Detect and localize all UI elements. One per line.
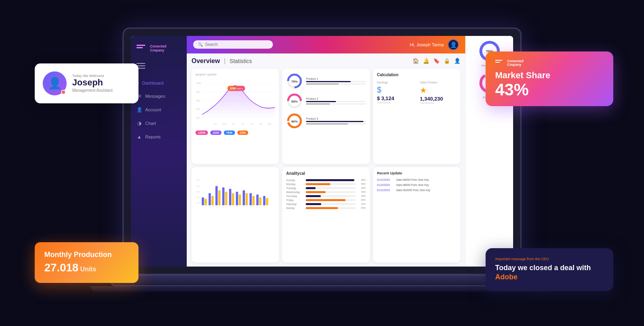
bar-chart-card: 3000 2500 2000 1000 1000 bbox=[192, 167, 279, 263]
stat-row: 1250k 210k 764k 230k bbox=[196, 130, 275, 135]
welcome-name: Joseph bbox=[72, 78, 130, 87]
bookmark-icon[interactable]: 🔖 bbox=[433, 58, 440, 64]
chart-card-label: graphic update bbox=[196, 73, 275, 76]
day-label: Weekly bbox=[286, 207, 304, 209]
svg-text:400: 400 bbox=[196, 107, 200, 111]
earnings-label: Earnings bbox=[377, 81, 414, 84]
market-value: 43% bbox=[495, 81, 604, 98]
svg-rect-42 bbox=[236, 192, 238, 205]
header-right: Hi, Joseph Tarina 👤 bbox=[410, 39, 459, 50]
sidebar-item-account[interactable]: 👤 Account bbox=[131, 103, 187, 117]
svg-text:04: 04 bbox=[223, 206, 224, 207]
svg-rect-39 bbox=[225, 192, 227, 205]
avatar-status-dot bbox=[61, 90, 66, 95]
chart-icon: ◑ bbox=[136, 121, 142, 126]
market-share-card: CnnectedCmpany Market Share 43% bbox=[486, 51, 613, 107]
stat-1250k: 1250k bbox=[196, 130, 208, 135]
day-row: Weekly 65% bbox=[286, 207, 365, 209]
earnings-value: $ 3,124 bbox=[377, 95, 414, 101]
recent-card: Recent Update 01/12/2024 Sales $4000 Fro… bbox=[373, 167, 460, 263]
svg-text:200: 200 bbox=[196, 116, 200, 119]
svg-text:Sep: Sep bbox=[259, 122, 262, 125]
hamburger-menu[interactable] bbox=[131, 58, 187, 77]
search-box[interactable]: 🔍 bbox=[193, 40, 273, 49]
product1-donut: 75% bbox=[286, 73, 303, 89]
home-icon[interactable]: 🏠 bbox=[413, 58, 419, 64]
day-pct: 30% bbox=[357, 195, 366, 197]
svg-text:Jul: Jul bbox=[241, 122, 244, 125]
svg-text:May: May bbox=[223, 122, 226, 125]
svg-text:07: 07 bbox=[243, 206, 245, 207]
sales-label: Sales Product bbox=[420, 81, 456, 84]
day-pct: 31% bbox=[357, 203, 366, 205]
product3-row: 96% Product 3 bbox=[286, 113, 365, 129]
day-row: Monday 50% bbox=[286, 183, 365, 186]
search-input[interactable] bbox=[205, 42, 268, 47]
day-bar-bg bbox=[306, 203, 355, 205]
svg-text:02: 02 bbox=[209, 206, 211, 207]
svg-rect-46 bbox=[249, 193, 252, 205]
sidebar-logo: CnnectedCmpany bbox=[131, 41, 187, 58]
market-logo-text: CnnectedCmpany bbox=[507, 59, 523, 67]
day-bar-fill bbox=[306, 203, 321, 205]
day-pct: 40% bbox=[357, 191, 366, 193]
user-avatar[interactable]: 👤 bbox=[448, 39, 459, 50]
welcome-inner: 👤 Today We Welcome Joseph Management Ass… bbox=[43, 71, 130, 95]
greeting-text: Hi, Joseph Tarina bbox=[410, 42, 444, 47]
product1-row: 75% Product 1 bbox=[286, 73, 365, 89]
ceo-label: Important message from the CEO bbox=[495, 257, 604, 261]
day-bar-bg bbox=[306, 179, 355, 181]
recent-text: Sales $8000 From Jhon Key bbox=[396, 184, 429, 187]
sidebar-item-messages[interactable]: ✉ Messages bbox=[131, 89, 187, 103]
product2-row: 50% Product 2 bbox=[286, 93, 365, 109]
svg-text:800: 800 bbox=[196, 90, 200, 93]
day-bar-bg bbox=[306, 191, 355, 193]
sidebar-item-reports[interactable]: ▲ Reports bbox=[131, 130, 187, 144]
page-title: Overview bbox=[192, 57, 220, 65]
ceo-text: Today we closed a deal with Adobe bbox=[495, 263, 604, 282]
reports-icon: ▲ bbox=[136, 134, 142, 140]
notification-icon[interactable]: 🔔 bbox=[423, 58, 429, 64]
welcome-text-group: Today We Welcome Joseph Management Assis… bbox=[72, 74, 130, 93]
svg-text:09: 09 bbox=[257, 206, 258, 207]
ceo-message-card: Important message from the CEO Today we … bbox=[486, 248, 613, 291]
svg-rect-48 bbox=[256, 194, 259, 205]
svg-text:Jun: Jun bbox=[232, 122, 235, 125]
svg-rect-49 bbox=[259, 197, 261, 205]
earnings-sublabel: Total Monthly bbox=[377, 101, 414, 104]
laptop: CnnectedCmpany Dashboard ✉ Messages 👤 bbox=[111, 28, 533, 299]
stat-764k: 764k bbox=[224, 130, 235, 135]
header-icons: 🏠 🔔 🔖 🔒 👤 bbox=[413, 58, 460, 64]
recent-update-row: 01/10/2024 Sales $8000 From Jhon Key bbox=[377, 184, 456, 187]
analytical-rows: Sunday 98% Monday 50% Tuesday 20% Wednes… bbox=[286, 179, 365, 209]
svg-text:Aug: Aug bbox=[250, 122, 253, 125]
ceo-text-part1: Today we closed a deal with bbox=[495, 264, 591, 272]
laptop-base bbox=[111, 275, 533, 286]
ceo-highlight: Adobe bbox=[495, 273, 518, 281]
page-title-row: Overview | Statistics 🏠 🔔 🔖 🔒 👤 bbox=[192, 57, 460, 65]
sidebar-item-dashboard[interactable]: Dashboard bbox=[131, 77, 187, 89]
svg-text:600: 600 bbox=[196, 99, 200, 102]
day-label: Friday bbox=[286, 199, 304, 202]
laptop-screen: CnnectedCmpany Dashboard ✉ Messages 👤 bbox=[131, 36, 513, 267]
header: 🔍 Hi, Joseph Tarina 👤 bbox=[187, 36, 465, 53]
dollar-icon: $ bbox=[377, 85, 414, 95]
line-chart-card: graphic update 1000 800 600 400 200 bbox=[192, 69, 279, 164]
recent-date: 01/10/2024 bbox=[377, 184, 394, 186]
product1-label: Product 1 bbox=[306, 77, 365, 85]
sidebar-label-dashboard: Dashboard bbox=[142, 81, 164, 85]
sidebar-label-account: Account bbox=[145, 107, 161, 112]
page-body: Overview | Statistics 🏠 🔔 🔖 🔒 👤 bbox=[187, 53, 465, 267]
svg-rect-44 bbox=[243, 190, 245, 205]
day-bar-fill bbox=[306, 195, 320, 197]
day-label: Wednesday bbox=[286, 191, 304, 194]
calc-title: Calculation bbox=[377, 73, 456, 77]
lock-icon[interactable]: 🔒 bbox=[444, 58, 450, 64]
sidebar-item-chart[interactable]: ◑ Chart bbox=[131, 117, 187, 130]
sidebar-label-chart: Chart bbox=[145, 121, 156, 126]
svg-rect-41 bbox=[232, 193, 234, 205]
svg-text:1000: 1000 bbox=[196, 196, 200, 198]
analytical-card: Analitycal Sunday 98% Monday 50% Tuesday… bbox=[282, 167, 369, 263]
profile-icon[interactable]: 👤 bbox=[454, 58, 460, 64]
day-row: Tuesday 20% bbox=[286, 187, 365, 190]
